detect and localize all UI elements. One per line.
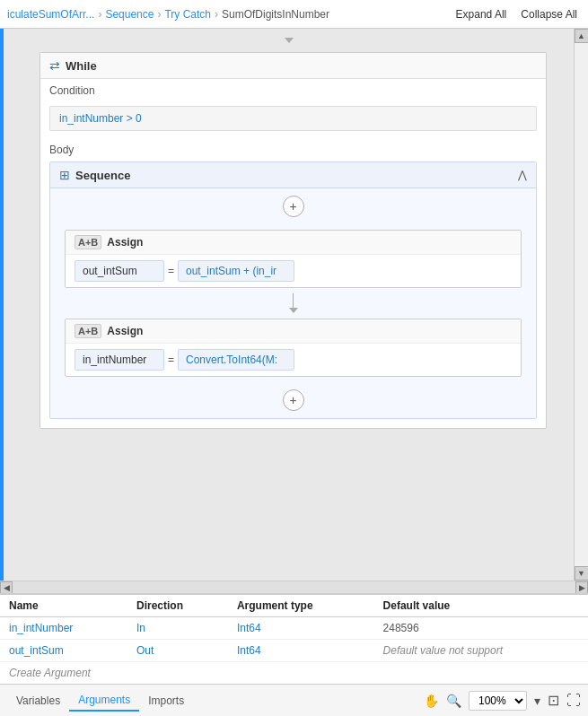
row2-type: Int64 [228, 640, 374, 662]
vertical-scrollbar[interactable]: ▲ ▼ [574, 29, 588, 581]
assign-block-2: A+B Assign in_intNumber = Convert.ToInt6… [65, 319, 522, 377]
scroll-up-icon: ▲ [577, 31, 585, 40]
body-section: ⊞ Sequence ⋀ + A+B [40, 162, 546, 428]
sequence-header-left: ⊞ Sequence [59, 168, 130, 182]
assign1-row: out_intSum = out_intSum + (in_ir [66, 255, 521, 287]
add-activity-top-button[interactable]: + [283, 196, 304, 217]
sequence-header: ⊞ Sequence ⋀ [50, 162, 536, 188]
assign2-field[interactable]: in_intNumber [75, 349, 164, 371]
connector-between-assigns [50, 293, 536, 313]
scroll-right-icon: ▶ [579, 583, 585, 592]
breadcrumb-actions: Expand All Collapse All [452, 6, 581, 22]
bottom-tabs: Variables Arguments Imports ✋ 🔍 100% ▾ ⊡… [0, 684, 588, 716]
breadcrumb-item-1[interactable]: Sequence [105, 8, 154, 21]
row2-default[interactable]: Default value not support [374, 640, 588, 662]
top-arrow-icon [285, 38, 294, 43]
canvas-area: ⇄ While Condition in_intNumber > 0 Body … [0, 29, 588, 581]
left-accent-bar [0, 29, 4, 581]
scroll-left-button[interactable]: ◀ [0, 581, 13, 594]
chevron-down-icon[interactable]: ▾ [534, 694, 540, 708]
row2-name[interactable]: out_intSum [0, 640, 127, 662]
col-header-default: Default value [374, 595, 588, 617]
add-icon-bottom: + [289, 393, 296, 407]
create-argument[interactable]: Create Argument [0, 662, 588, 684]
collapse-sequence-button[interactable]: ⋀ [518, 169, 527, 181]
connector-arrow-icon [289, 308, 298, 313]
while-title: While [66, 59, 97, 73]
col-header-direction: Direction [127, 595, 228, 617]
while-block: ⇄ While Condition in_intNumber > 0 Body … [39, 52, 547, 429]
add-btn-bottom-container: + [50, 382, 536, 418]
zoom-select[interactable]: 100% [469, 691, 527, 711]
scroll-down-icon: ▼ [577, 569, 585, 578]
breadcrumb-sep-0: › [98, 8, 101, 21]
h-scroll-track[interactable] [13, 581, 575, 593]
while-icon: ⇄ [49, 58, 60, 73]
tab-imports[interactable]: Imports [139, 691, 193, 711]
assign-block-1: A+B Assign out_intSum = out_intSum + (in… [65, 230, 522, 288]
horizontal-scrollbar[interactable]: ◀ ▶ [0, 581, 588, 593]
breadcrumb-bar: iculateSumOfArr... › Sequence › Try Catc… [0, 0, 588, 29]
row1-direction: In [127, 617, 228, 640]
expand-all-button[interactable]: Expand All [452, 6, 511, 22]
breadcrumb-item-0[interactable]: iculateSumOfArr... [7, 8, 94, 21]
table-row: in_intNumber In Int64 248596 [0, 617, 588, 640]
assign2-eq: = [168, 354, 174, 366]
breadcrumb-item-2[interactable]: Try Catch [164, 8, 211, 21]
breadcrumb-current: SumOfDigitsInNumber [222, 8, 329, 21]
while-header: ⇄ While [40, 53, 546, 79]
breadcrumb-sep-2: › [215, 8, 218, 21]
condition-label: Condition [40, 79, 546, 102]
sequence-block: ⊞ Sequence ⋀ + A+B [49, 162, 537, 419]
col-header-type: Argument type [228, 595, 374, 617]
add-btn-top-container: + [50, 188, 536, 224]
assign2-icon: A+B [75, 324, 101, 338]
add-activity-bottom-button[interactable]: + [283, 389, 304, 411]
assign1-title: Assign [107, 236, 143, 249]
canvas-scroll[interactable]: ⇄ While Condition in_intNumber > 0 Body … [0, 29, 574, 581]
body-label: Body [40, 138, 546, 162]
assign2-title: Assign [107, 325, 143, 337]
sequence-icon: ⊞ [59, 168, 70, 182]
row1-name[interactable]: in_intNumber [0, 617, 127, 640]
assign2-row: in_intNumber = Convert.ToInt64(M: [66, 344, 521, 376]
assign2-value[interactable]: Convert.ToInt64(M: [178, 349, 294, 371]
row1-default[interactable]: 248596 [374, 617, 588, 640]
bottom-controls: ✋ 🔍 100% ▾ ⊡ ⛶ [424, 691, 581, 711]
table-row: out_intSum Out Int64 Default value not s… [0, 640, 588, 662]
fullscreen-icon[interactable]: ⛶ [566, 693, 581, 709]
assign1-field[interactable]: out_intSum [75, 260, 164, 282]
assign1-value[interactable]: out_intSum + (in_ir [178, 260, 294, 282]
scroll-left-icon: ◀ [4, 583, 10, 592]
arguments-table: Name Direction Argument type Default val… [0, 595, 588, 662]
breadcrumb-sep-1: › [157, 8, 161, 21]
tab-arguments[interactable]: Arguments [69, 690, 139, 712]
sequence-title: Sequence [75, 169, 130, 182]
collapse-all-button[interactable]: Collapse All [517, 6, 581, 22]
scroll-right-button[interactable]: ▶ [575, 581, 588, 594]
connector-line [293, 293, 294, 308]
scroll-up-button[interactable]: ▲ [575, 29, 589, 43]
assign1-header: A+B Assign [66, 231, 521, 255]
row1-type: Int64 [228, 617, 374, 640]
col-header-name: Name [0, 595, 127, 617]
add-icon-top: + [289, 199, 296, 214]
top-connector [13, 38, 565, 43]
hand-icon[interactable]: ✋ [424, 694, 439, 708]
assign1-icon: A+B [75, 235, 101, 249]
condition-value[interactable]: in_intNumber > 0 [49, 106, 537, 131]
scrollbar-track[interactable] [575, 43, 588, 566]
fit-icon[interactable]: ⊡ [548, 692, 559, 709]
assign1-eq: = [168, 265, 174, 277]
tab-variables[interactable]: Variables [7, 691, 69, 711]
row2-direction: Out [127, 640, 228, 662]
bottom-panel: Name Direction Argument type Default val… [0, 593, 588, 684]
assign2-header: A+B Assign [66, 319, 521, 344]
scroll-down-button[interactable]: ▼ [575, 566, 589, 581]
search-icon[interactable]: 🔍 [446, 694, 461, 708]
